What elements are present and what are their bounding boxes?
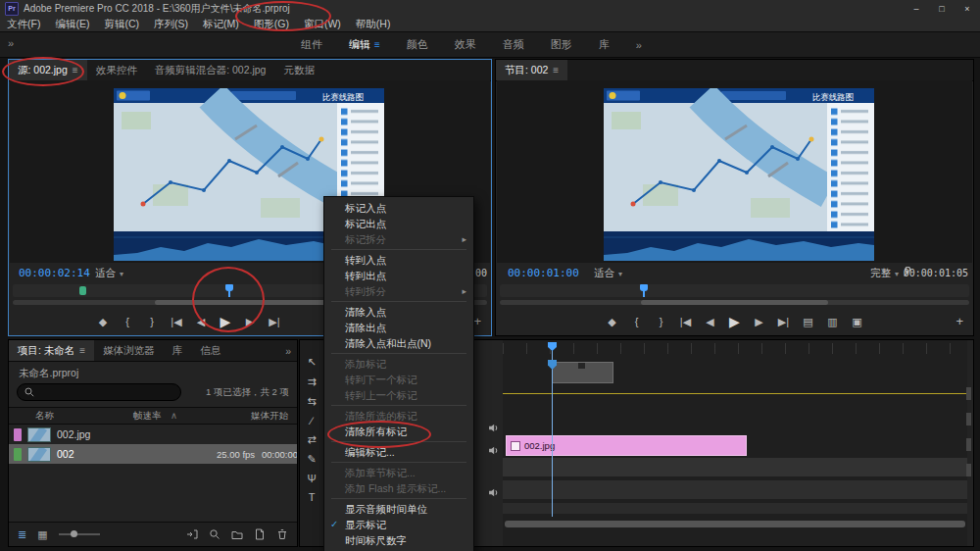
source-playhead[interactable] [228,284,230,297]
tab-audio-clip-mixer[interactable]: 音频剪辑混合器: 002.jpg [146,60,275,80]
menu-clip[interactable]: 剪辑(C) [104,18,139,31]
panel-overflow-icon[interactable]: » [279,340,297,361]
workspace-tab-editing[interactable]: 编辑≡ [349,37,380,52]
context-menu-item-mark-out[interactable]: 标记出点 [324,216,473,231]
track-resize-handle[interactable] [966,387,971,400]
button-editor-plus[interactable]: + [473,314,481,328]
step-forward-button[interactable]: ▶ [244,316,256,328]
context-menu-item-clear-in-out[interactable]: 清除入点和出点(N) [324,335,473,351]
maximize-button[interactable]: □ [929,0,955,17]
tab-info[interactable]: 信息 [191,340,229,361]
clip-marker[interactable] [79,286,86,295]
label-color-swatch[interactable] [14,448,22,461]
menu-sequence[interactable]: 序列(S) [154,18,188,31]
step-back-button[interactable]: ◀ [195,316,207,328]
goto-out-button[interactable]: ▶| [778,316,790,328]
menu-markers[interactable]: 标记(M) [203,18,239,31]
panel-menu-icon[interactable]: ≡ [79,345,85,356]
menu-window[interactable]: 窗口(W) [304,18,341,31]
item-name[interactable]: 002 [57,448,74,460]
workspace-tab-menu-icon[interactable]: ≡ [374,39,380,50]
goto-out-button[interactable]: ▶| [269,316,280,328]
icon-view-icon[interactable]: ▦ [37,528,47,541]
tab-program[interactable]: 节目: 002≡ [496,60,567,80]
item-name[interactable]: 002.jpg [57,428,90,440]
new-bin-icon[interactable] [231,528,243,540]
program-playhead[interactable] [643,284,645,297]
menu-edit[interactable]: 编辑(E) [55,18,89,31]
track-select-tool[interactable]: ⇉ [307,376,316,388]
column-frame-rate[interactable]: 帧速率 [133,410,162,423]
tab-libraries[interactable]: 库 [164,340,192,361]
workspace-tab-audio[interactable]: 音频 [503,37,524,52]
search-box[interactable] [17,383,181,401]
audio-track-lane[interactable] [503,480,967,499]
audio-track-lane[interactable] [503,503,967,514]
source-timecode[interactable]: 00:00:02:14 [19,267,90,279]
program-zoom-dropdown[interactable]: 适合▾ [594,267,622,280]
slider-knob[interactable] [71,530,77,537]
play-button[interactable]: ▶ [729,314,741,329]
tab-source[interactable]: 源: 002.jpg≡ [9,60,87,80]
column-name[interactable]: 名称 [35,410,54,423]
context-menu-item-edit-marker[interactable]: 编辑标记... [324,444,473,460]
hand-tool[interactable]: Ψ [307,473,316,484]
minimize-button[interactable]: – [904,0,929,17]
type-tool[interactable]: T [309,491,316,503]
project-item-002jpg[interactable]: 002.jpg [9,425,297,444]
add-marker-button[interactable]: ◆ [97,316,109,328]
mark-out-button[interactable]: } [146,316,158,327]
list-view-icon[interactable]: ≣ [18,528,26,541]
playback-resolution-dropdown[interactable]: 完整▾ [870,267,899,280]
slip-tool[interactable]: ⇄ [307,433,316,446]
audio-track-speaker-icon[interactable] [488,423,499,433]
context-menu-item-mark-in[interactable]: 标记入点 [324,200,473,216]
audio-track-speaker-icon[interactable] [488,487,499,498]
thumbnail-zoom-slider[interactable] [59,533,100,535]
source-zoom-dropdown[interactable]: 适合▾ [95,267,123,280]
context-menu-item-goto-out[interactable]: 转到出点 [324,268,473,283]
tab-media-browser[interactable]: 媒体浏览器 [94,340,164,361]
context-menu-item-clear-in[interactable]: 清除入点 [324,304,473,320]
column-media-start[interactable]: 媒体开始 [251,410,288,423]
context-menu-item-show-markers[interactable]: ✓显示标记 [324,517,473,532]
step-forward-button[interactable]: ▶ [754,316,765,328]
mark-in-button[interactable]: { [122,316,133,327]
context-menu-item-goto-in[interactable]: 转到入点 [324,252,473,268]
search-input[interactable] [39,386,151,399]
tab-project[interactable]: 项目: 未命名≡ [9,340,94,361]
project-item-002-sequence[interactable]: 002 25.00 fps 00:00:00:0 [9,444,297,464]
mark-in-button[interactable]: { [631,316,643,327]
razor-tool[interactable]: ∕ [311,415,313,426]
workspace-tab-assembly[interactable]: 组件 [301,37,322,52]
clear-trash-icon[interactable] [276,528,288,540]
lift-button[interactable]: ▤ [803,316,814,328]
context-menu-item-clear-out[interactable]: 清除出点 [324,320,473,335]
timeline-ruler[interactable] [503,343,967,354]
goto-in-button[interactable]: |◀ [171,316,182,328]
play-button[interactable]: ▶ [220,314,231,329]
tab-metadata[interactable]: 元数据 [274,60,323,80]
workspace-tab-libraries[interactable]: 库 [599,37,610,52]
menu-graphics[interactable]: 图形(G) [254,18,289,31]
find-icon[interactable] [209,528,220,540]
context-menu-item-show-audio-time-units[interactable]: 显示音频时间单位 [324,501,473,517]
audio-track-speaker-icon[interactable] [488,445,499,456]
add-marker-button[interactable]: ◆ [607,316,618,328]
workspace-tab-color[interactable]: 颜色 [407,37,428,52]
menu-file[interactable]: 文件(F) [7,18,40,31]
button-editor-plus[interactable]: + [956,314,963,328]
selection-tool[interactable]: ↖ [307,356,316,369]
workspace-tab-effects[interactable]: 效果 [455,37,476,52]
track-resize-handle[interactable] [966,438,971,451]
tab-effect-controls[interactable]: 效果控件 [87,60,146,80]
timeline-clip-002jpg[interactable]: 002.jpg [506,435,747,456]
automate-to-sequence-icon[interactable] [186,528,198,540]
extract-button[interactable]: ▥ [827,316,839,328]
goto-in-button[interactable]: |◀ [680,316,692,328]
label-color-swatch[interactable] [14,428,22,441]
context-menu-item-clear-all-markers[interactable]: 清除所有标记 [324,424,473,439]
workspace-tab-graphics[interactable]: 图形 [551,37,572,52]
export-frame-button[interactable]: ▣ [852,316,863,328]
zoom-handle[interactable] [155,300,345,305]
